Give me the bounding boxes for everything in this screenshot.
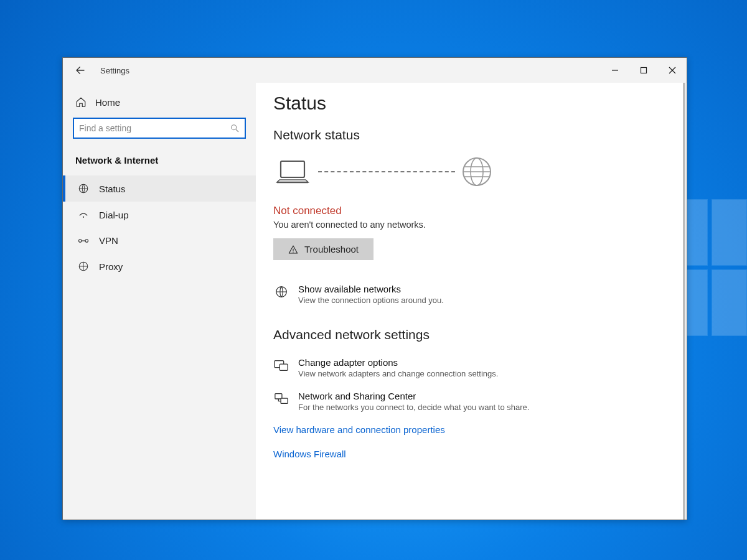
page-title: Status (273, 93, 669, 114)
connection-line (318, 171, 455, 172)
dial-up-icon (78, 209, 89, 220)
svg-point-7 (83, 217, 84, 218)
globe-icon (78, 183, 89, 194)
show-networks-title: Show available networks (298, 284, 444, 294)
sidebar-item-dial-up[interactable]: Dial-up (63, 202, 256, 228)
home-label: Home (95, 97, 120, 108)
titlebar: Settings (63, 58, 687, 83)
svg-rect-21 (281, 398, 288, 403)
svg-rect-19 (280, 364, 288, 370)
svg-rect-12 (281, 161, 304, 177)
show-networks-sub: View the connection options around you. (298, 296, 444, 305)
vpn-icon (78, 236, 89, 245)
network-status-heading: Network status (273, 128, 669, 142)
maximize-icon (640, 67, 647, 74)
sidebar-section-label: Network & Internet (63, 147, 256, 175)
svg-rect-1 (641, 68, 647, 73)
laptop-icon (273, 159, 312, 185)
svg-line-5 (236, 129, 238, 132)
adapter-title: Change adapter options (298, 357, 498, 368)
scrollbar[interactable] (683, 83, 685, 520)
window-title: Settings (100, 66, 129, 75)
troubleshoot-label: Troubleshoot (304, 244, 359, 254)
warning-icon (288, 245, 298, 254)
sidebar-item-proxy[interactable]: Proxy (63, 253, 256, 279)
sidebar-item-label: Status (99, 184, 126, 194)
link-windows-firewall[interactable]: Windows Firewall (273, 446, 669, 462)
sidebar-item-home[interactable]: Home (63, 90, 256, 114)
network-sharing-center[interactable]: Network and Sharing Center For the netwo… (273, 385, 669, 418)
close-icon (669, 67, 676, 74)
not-connected-sub: You aren't connected to any networks. (273, 220, 669, 230)
sharing-icon (273, 391, 289, 412)
sidebar: Home Network & Internet Status (63, 83, 256, 520)
proxy-icon (78, 261, 89, 272)
troubleshoot-button[interactable]: Troubleshoot (273, 238, 374, 260)
sharing-title: Network and Sharing Center (298, 391, 529, 401)
svg-point-4 (232, 125, 237, 130)
home-icon (75, 96, 87, 108)
settings-window: Settings Home (62, 57, 687, 520)
globe-large-icon (461, 156, 492, 187)
sidebar-item-label: Dial-up (99, 210, 129, 220)
close-button[interactable] (658, 58, 687, 83)
link-hardware-properties[interactable]: View hardware and connection properties (273, 422, 669, 437)
sidebar-item-label: Proxy (99, 261, 123, 272)
minimize-icon (611, 67, 619, 74)
arrow-left-icon (75, 65, 86, 76)
sharing-sub: For the networks you connect to, decide … (298, 403, 529, 412)
search-icon (230, 123, 240, 133)
show-available-networks[interactable]: Show available networks View the connect… (273, 278, 669, 311)
search-input-wrap[interactable] (73, 118, 246, 139)
sidebar-item-vpn[interactable]: VPN (63, 228, 256, 253)
adapter-icon (273, 357, 289, 378)
main-content: Status Network status (256, 83, 687, 520)
adapter-sub: View network adapters and change connect… (298, 369, 498, 378)
svg-point-16 (293, 251, 293, 252)
window-controls (601, 58, 687, 83)
globe-icon (273, 284, 289, 305)
maximize-button[interactable] (629, 58, 658, 83)
advanced-heading: Advanced network settings (273, 327, 669, 342)
sidebar-item-label: VPN (99, 235, 118, 246)
sidebar-item-status[interactable]: Status (63, 175, 256, 202)
search-input[interactable] (79, 123, 230, 133)
change-adapter-options[interactable]: Change adapter options View network adap… (273, 351, 669, 385)
minimize-button[interactable] (601, 58, 629, 83)
back-button[interactable] (73, 63, 88, 78)
svg-point-9 (85, 239, 88, 242)
not-connected-title: Not connected (273, 205, 669, 217)
network-diagram (273, 151, 669, 205)
svg-point-8 (79, 239, 82, 242)
